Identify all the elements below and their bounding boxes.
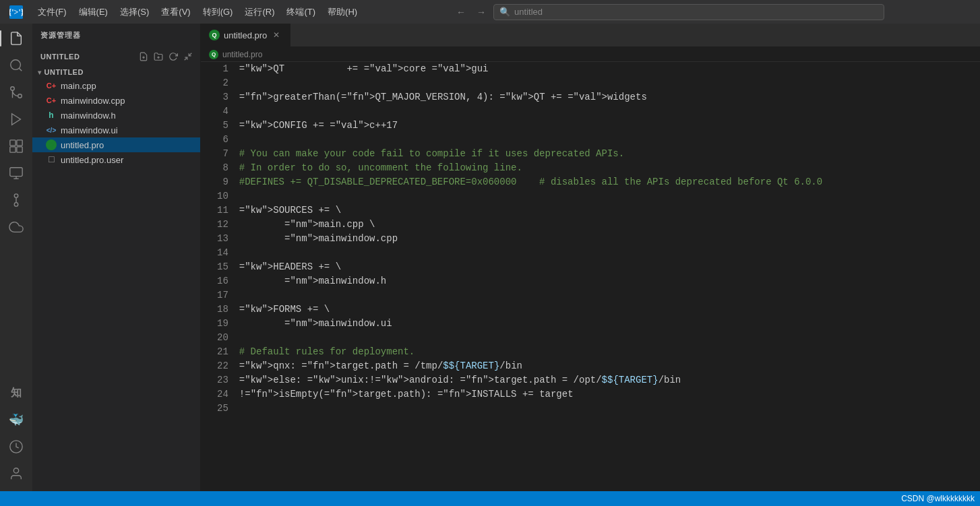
file-tree: ▾ UNTITLED C+main.cppC+mainwindow.cpphma…: [32, 66, 200, 491]
menu-bar: 文件(F)编辑(E)选择(S)查看(V)转到(G)运行(R)终端(T)帮助(H): [32, 3, 363, 21]
status-bar: CSDN @wlkkkkkkkk: [0, 491, 980, 506]
svg-text:{'>'}: {'>'}: [9, 7, 23, 17]
cloud-activity-icon[interactable]: [4, 215, 28, 239]
folder-label: UNTITLED: [44, 68, 84, 76]
sidebar: 资源管理器 UNTITLED: [32, 24, 201, 491]
menu-item-H[interactable]: 帮助(H): [322, 3, 363, 21]
tab-bar: Q untitled.pro ✕: [201, 24, 980, 47]
docker-activity-icon[interactable]: 🐳: [4, 408, 28, 432]
file-label: mainwindow.cpp: [61, 96, 125, 106]
code-line-16: ="nm">mainwindow.h: [239, 274, 967, 288]
tab-untitled-pro[interactable]: Q untitled.pro ✕: [201, 24, 290, 46]
file-item-untitled-pro[interactable]: Quntitled.pro: [32, 137, 200, 152]
line-number-2: 2: [217, 76, 228, 90]
code-line-20: [239, 331, 967, 345]
code-line-4: [239, 104, 967, 119]
line-number-14: 14: [217, 246, 228, 260]
file-icon: Q: [46, 139, 57, 150]
menu-item-T[interactable]: 终端(T): [281, 3, 321, 21]
breadcrumb-file-icon: Q: [209, 50, 218, 59]
line-number-13: 13: [217, 232, 228, 246]
line-number-5: 5: [217, 119, 228, 133]
svg-line-24: [185, 57, 187, 60]
file-icon: C+: [46, 95, 57, 106]
status-right-text: CSDN @wlkkkkkkkk: [901, 494, 975, 503]
menu-item-F[interactable]: 文件(F): [32, 3, 72, 21]
menu-item-G[interactable]: 转到(G): [197, 3, 239, 21]
menu-item-V[interactable]: 查看(V): [156, 3, 195, 21]
new-file-button[interactable]: [137, 50, 150, 63]
code-editor[interactable]: 1234567891011121314151617181920212223242…: [201, 62, 980, 491]
line-number-20: 20: [217, 331, 228, 345]
line-number-23: 23: [217, 373, 228, 387]
code-line-25: [239, 402, 967, 416]
menu-item-S[interactable]: 选择(S): [115, 3, 154, 21]
search-icon: 🔍: [499, 7, 510, 17]
search-bar[interactable]: 🔍 untitled: [493, 4, 884, 20]
line-number-24: 24: [217, 387, 228, 402]
code-line-23: ="kw">else: ="kw">unix:!="kw">android: =…: [239, 373, 967, 387]
svg-point-4: [18, 94, 22, 98]
file-item-main-cpp[interactable]: C+main.cpp: [32, 78, 200, 93]
line-number-17: 17: [217, 288, 228, 303]
code-line-6: [239, 133, 967, 147]
folder-toggle[interactable]: ▾ UNTITLED: [32, 66, 200, 78]
git-activity-icon[interactable]: [4, 188, 28, 212]
code-line-22: ="kw">qnx: ="fn">target.path = /tmp/$${T…: [239, 359, 967, 373]
line-number-3: 3: [217, 90, 228, 104]
file-label: main.cpp: [61, 81, 96, 91]
line-number-15: 15: [217, 260, 228, 274]
file-item-untitled-pro-user[interactable]: ☐untitled.pro.user: [32, 152, 200, 167]
file-item-mainwindow-h[interactable]: hmainwindow.h: [32, 108, 200, 123]
menu-item-E[interactable]: 编辑(E): [73, 3, 113, 21]
svg-rect-9: [10, 147, 16, 152]
tab-close-button[interactable]: ✕: [271, 30, 282, 40]
nav-back-button[interactable]: ←: [453, 4, 469, 20]
code-content[interactable]: ="kw">QT += ="val">core ="val">gui ="fn"…: [239, 62, 980, 491]
svg-point-14: [14, 194, 18, 198]
line-number-4: 4: [217, 104, 228, 119]
new-folder-button[interactable]: [152, 50, 165, 63]
history-activity-icon[interactable]: [4, 435, 28, 459]
file-icon: ☐: [46, 154, 57, 165]
run-debug-activity-icon[interactable]: [4, 107, 28, 131]
svg-rect-8: [17, 140, 22, 146]
refresh-button[interactable]: [166, 50, 180, 63]
file-label: untitled.pro: [61, 140, 104, 150]
file-icon: </>: [46, 125, 57, 135]
activity-bar: 知 🐳: [0, 24, 32, 491]
svg-rect-7: [10, 140, 16, 146]
code-line-19: ="nm">mainwindow.ui: [239, 317, 967, 331]
code-line-14: [239, 246, 967, 260]
nav-forward-button[interactable]: →: [473, 4, 489, 20]
line-number-22: 22: [217, 359, 228, 373]
file-item-mainwindow-cpp[interactable]: C+mainwindow.cpp: [32, 93, 200, 108]
breadcrumb: Q untitled.pro: [201, 47, 980, 62]
source-control-activity-icon[interactable]: [4, 80, 28, 104]
title-bar-center: ← → 🔍 untitled: [363, 4, 975, 20]
code-line-18: ="kw">FORMS += \: [239, 303, 967, 317]
accounts-activity-icon[interactable]: [4, 462, 28, 486]
code-line-13: ="nm">mainwindow.cpp: [239, 232, 967, 246]
code-line-21: # Default rules for deployment.: [239, 345, 967, 359]
file-icon: h: [46, 110, 57, 121]
chevron-icon: ▾: [38, 69, 42, 76]
app-logo: {'>'}: [0, 5, 32, 19]
line-number-25: 25: [217, 402, 228, 416]
file-item-mainwindow-ui[interactable]: </>mainwindow.ui: [32, 123, 200, 137]
svg-rect-10: [17, 147, 22, 152]
extensions-activity-icon[interactable]: [4, 134, 28, 158]
code-line-11: ="kw">SOURCES += \: [239, 203, 967, 218]
chinese-activity-icon[interactable]: 知: [4, 381, 28, 405]
search-activity-icon[interactable]: [4, 53, 28, 77]
line-numbers: 1234567891011121314151617181920212223242…: [201, 62, 239, 491]
remote-activity-icon[interactable]: [4, 161, 28, 185]
svg-point-5: [11, 87, 15, 91]
code-line-9: #DEFINES += QT_DISABLE_DEPRECATED_BEFORE…: [239, 175, 967, 189]
collapse-all-button[interactable]: [181, 50, 195, 63]
code-line-10: [239, 189, 967, 203]
menu-item-R[interactable]: 运行(R): [239, 3, 280, 21]
files-activity-icon[interactable]: [4, 26, 28, 51]
breadcrumb-label: untitled.pro: [222, 50, 262, 59]
tab-label: untitled.pro: [224, 30, 267, 40]
